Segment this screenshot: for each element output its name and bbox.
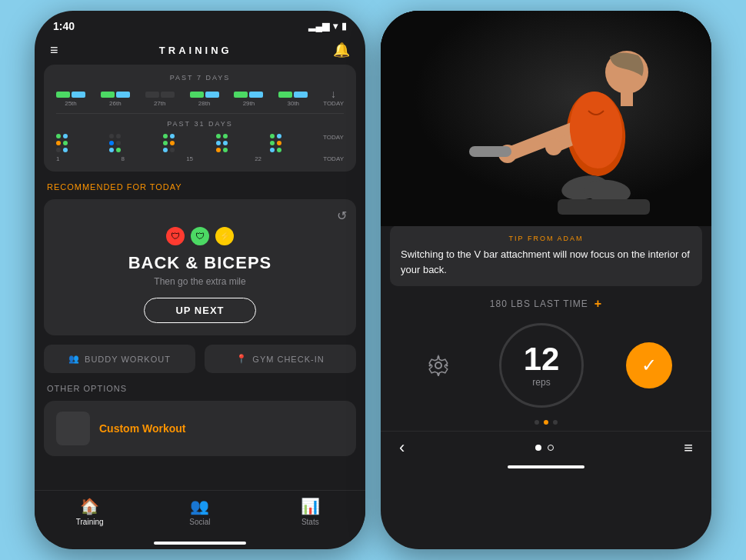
- week-dots-3: [163, 134, 175, 152]
- buddy-icon: 👥: [68, 354, 80, 364]
- day-27: 27th: [145, 92, 175, 107]
- wifi-icon: ▾: [333, 21, 338, 32]
- gear-icon: [428, 355, 449, 376]
- up-next-button[interactable]: UP NEXT: [144, 298, 255, 323]
- social-tab-icon: 👥: [190, 497, 209, 515]
- week-bars: 25th 26th 27th 28th 29th: [56, 88, 344, 107]
- reps-counter[interactable]: 12 reps: [499, 323, 584, 408]
- tab-bar-left: 🏠 Training 👥 Social 📊 Stats: [35, 490, 365, 542]
- bell-icon[interactable]: 🔔: [333, 42, 350, 58]
- svg-point-16: [438, 373, 440, 375]
- for-today-text: FOR TODAY: [127, 182, 182, 192]
- svg-rect-9: [469, 146, 511, 157]
- tip-card: TIP FROM ADAM Switching to the V bar att…: [390, 225, 702, 286]
- last-weight-text: 180 LBS LAST TIME: [490, 298, 588, 309]
- day-label-27: 27th: [154, 100, 166, 107]
- gym-checkin-button[interactable]: 📍 GYM CHECK-IN: [205, 345, 356, 373]
- week-dots-4: [216, 134, 228, 152]
- action-buttons-row: 👥 BUDDY WORKOUT 📍 GYM CHECK-IN: [44, 345, 356, 373]
- month-numbers: 1 8 15 22 TODAY: [56, 155, 344, 162]
- dots-grid: TODAY: [56, 134, 344, 152]
- battery-icon: ▮: [341, 21, 347, 32]
- scroll-dot-3: [553, 420, 558, 425]
- scroll-dot-2: [544, 420, 548, 425]
- reps-section: 12 reps ✓: [381, 317, 711, 414]
- day-label-29: 29th: [243, 100, 255, 107]
- workout-subtitle: Then go the extra mile: [154, 276, 245, 287]
- reps-label: reps: [532, 377, 550, 388]
- page-dot-empty: [548, 445, 554, 451]
- tab-training[interactable]: 🏠 Training: [35, 497, 145, 526]
- badge-bolt-yellow: ⚡: [215, 227, 234, 245]
- back-button[interactable]: ‹: [399, 438, 405, 458]
- workout-photo: [381, 11, 711, 226]
- svg-rect-4: [621, 91, 633, 106]
- right-phone: TIP FROM ADAM Switching to the V bar att…: [381, 11, 711, 549]
- week-dots-2: [109, 134, 121, 152]
- month-num-22: 22: [255, 155, 261, 162]
- menu-button[interactable]: ≡: [684, 439, 693, 457]
- content-area: PAST 7 DAYS 25th 26th 27th 28th: [35, 65, 365, 490]
- training-tab-icon: 🏠: [80, 497, 99, 515]
- svg-point-14: [435, 362, 441, 368]
- nav-title: TRAINING: [159, 45, 232, 56]
- day-26: 26th: [101, 92, 130, 107]
- checkin-icon: 📍: [236, 354, 248, 364]
- scroll-dot-1: [535, 420, 539, 425]
- month-num-8: 8: [122, 155, 125, 162]
- week-dots-1: [56, 134, 68, 152]
- svg-point-17: [429, 365, 431, 367]
- month-today-label: TODAY: [323, 134, 344, 141]
- custom-thumbnail: [56, 412, 90, 445]
- hamburger-icon[interactable]: ≡: [50, 42, 58, 58]
- page-dot-filled: [535, 445, 541, 451]
- status-bar-left: 1:40 ▂▄▆ ▾ ▮: [35, 11, 365, 35]
- week-label: PAST 7 DAYS: [56, 74, 344, 82]
- status-icons: ▂▄▆ ▾ ▮: [308, 21, 347, 32]
- day-label-25: 25th: [65, 100, 77, 107]
- day-25: 25th: [56, 92, 85, 107]
- buddy-workout-button[interactable]: 👥 BUDDY WORKOUT: [44, 345, 195, 373]
- tab-stats[interactable]: 📊 Stats: [255, 497, 365, 526]
- day-28: 28th: [190, 92, 219, 107]
- stats-tab-icon: 📊: [301, 497, 320, 515]
- recommended-label: RECOMMENDED FOR TODAY: [44, 182, 356, 192]
- tab-social[interactable]: 👥 Social: [145, 497, 255, 526]
- today-label: TODAY: [323, 100, 344, 107]
- share-icon[interactable]: ↺: [337, 208, 347, 223]
- exercise-silhouette: [381, 11, 711, 226]
- add-weight-button[interactable]: +: [594, 297, 602, 311]
- left-phone: 1:40 ▂▄▆ ▾ ▮ ≡ TRAINING 🔔 PAST 7 DAYS 25…: [35, 11, 365, 549]
- checkmark-icon: ✓: [641, 355, 657, 376]
- workout-title: BACK & BICEPS: [128, 253, 272, 273]
- week-dots-5: [270, 134, 281, 152]
- reps-number: 12: [524, 343, 560, 375]
- svg-point-15: [438, 356, 440, 358]
- tip-label: TIP FROM ADAM: [401, 235, 691, 242]
- badge-shield-red: 🛡: [166, 227, 185, 245]
- page-dots: [535, 445, 554, 451]
- day-label-30: 30th: [288, 100, 300, 107]
- badge-shield-green: 🛡: [191, 227, 209, 245]
- bottom-nav-right: ‹ ≡: [381, 431, 711, 458]
- recommended-text: RECOMMENDED: [47, 182, 127, 192]
- tip-text: Switching to the V bar attachment will n…: [401, 247, 691, 277]
- stats-tab-label: Stats: [301, 518, 319, 526]
- workout-card[interactable]: ↺ 🛡 🛡 ⚡ BACK & BICEPS Then go the extra …: [44, 199, 356, 335]
- checkin-label: GYM CHECK-IN: [252, 355, 324, 364]
- month-num-15: 15: [186, 155, 193, 162]
- other-options-label: OTHER OPTIONS: [44, 384, 356, 393]
- svg-rect-1: [381, 11, 711, 226]
- divider: [56, 113, 344, 114]
- custom-workout-item[interactable]: Custom Workout: [44, 401, 356, 456]
- home-indicator-right: [508, 465, 584, 468]
- exercise-background: [381, 11, 711, 226]
- last-weight-row: 180 LBS LAST TIME +: [381, 286, 711, 317]
- svg-point-18: [446, 365, 448, 367]
- exercise-settings-button[interactable]: [420, 347, 457, 384]
- month-label: PAST 31 DAYS: [56, 120, 344, 128]
- home-indicator-left: [154, 542, 246, 545]
- complete-set-button[interactable]: ✓: [626, 342, 672, 388]
- time-display: 1:40: [53, 20, 75, 32]
- activity-section: PAST 7 DAYS 25th 26th 27th 28th: [44, 65, 356, 172]
